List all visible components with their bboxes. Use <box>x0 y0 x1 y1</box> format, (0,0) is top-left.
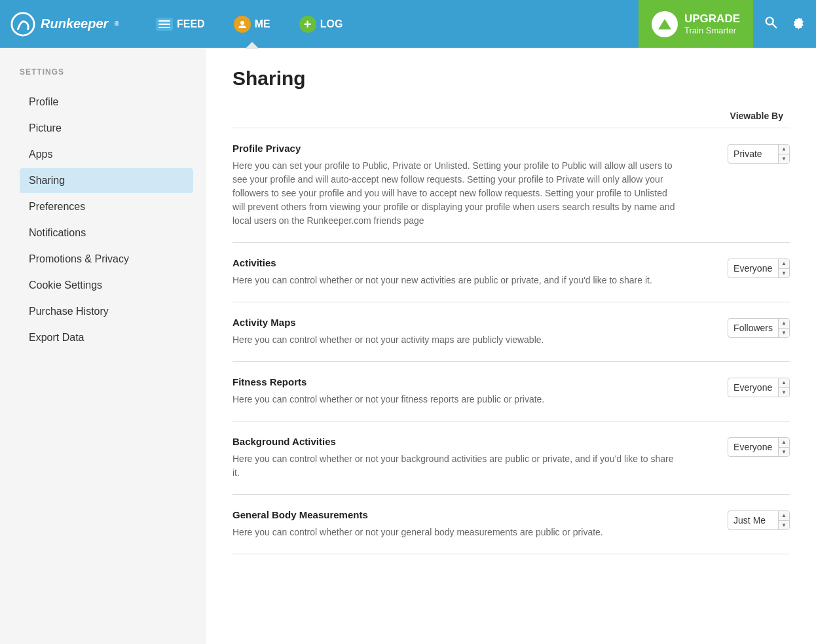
search-icon[interactable] <box>764 15 778 33</box>
spinner-down-profile-privacy[interactable]: ▼ <box>779 154 789 164</box>
registered-mark: ® <box>114 20 119 27</box>
setting-row-fitness-reports: Fitness Reports Here you can control whe… <box>232 362 790 421</box>
spinner-down-activities[interactable]: ▼ <box>779 269 789 279</box>
upgrade-subtitle: Train Smarter <box>684 26 740 35</box>
upgrade-arrow-icon <box>658 19 671 29</box>
svg-point-0 <box>12 12 34 35</box>
select-activities[interactable]: EveryoneFollowersJust Me <box>728 260 778 276</box>
select-general-body[interactable]: EveryoneFollowersJust Me <box>728 512 778 528</box>
setting-content-background-activities: Background Activities Here you can contr… <box>232 436 695 480</box>
sidebar-item-notifications[interactable]: Notifications <box>20 221 193 245</box>
select-wrapper-profile-privacy[interactable]: EveryoneFollowersPrivateUnlisted ▲ ▼ <box>728 144 790 164</box>
spinner-down-background-activities[interactable]: ▼ <box>779 448 789 457</box>
app-name: Runkeeper <box>41 16 108 31</box>
nav-me-label: ME <box>255 18 270 30</box>
setting-desc-activities: Here you can control whether or not your… <box>232 274 682 287</box>
nav-item-me[interactable]: ME <box>219 0 285 48</box>
list-icon <box>156 18 173 31</box>
spinner-general-body: ▲ ▼ <box>778 510 789 530</box>
setting-desc-profile-privacy: Here you can set your profile to Public,… <box>232 159 682 228</box>
svg-point-1 <box>240 21 244 25</box>
spinner-fitness-reports: ▲ ▼ <box>778 378 789 397</box>
setting-desc-activity-maps: Here you can control whether or not your… <box>232 333 682 347</box>
setting-content-activity-maps: Activity Maps Here you can control wheth… <box>232 317 695 347</box>
setting-control-activities: EveryoneFollowersJust Me ▲ ▼ <box>695 257 790 278</box>
setting-label-background-activities: Background Activities <box>232 436 682 447</box>
select-wrapper-background-activities[interactable]: EveryoneFollowersJust Me ▲ ▼ <box>728 437 790 457</box>
spinner-up-activity-maps[interactable]: ▲ <box>779 318 789 329</box>
main-container: SETTINGS Profile Picture Apps Sharing Pr… <box>0 48 816 644</box>
sidebar-item-promotions[interactable]: Promotions & Privacy <box>20 247 193 272</box>
spinner-up-activities[interactable]: ▲ <box>779 259 789 269</box>
select-profile-privacy[interactable]: EveryoneFollowersPrivateUnlisted <box>728 146 778 162</box>
sidebar-item-profile[interactable]: Profile <box>20 90 193 115</box>
setting-row-background-activities: Background Activities Here you can contr… <box>232 421 790 495</box>
setting-row-general-body: General Body Measurements Here you can c… <box>232 495 790 554</box>
header-actions <box>753 15 806 33</box>
svg-line-3 <box>772 24 776 27</box>
setting-control-profile-privacy: EveryoneFollowersPrivateUnlisted ▲ ▼ <box>695 143 790 164</box>
nav-item-feed[interactable]: FEED <box>141 0 219 48</box>
setting-control-background-activities: EveryoneFollowersJust Me ▲ ▼ <box>695 436 790 457</box>
setting-label-general-body: General Body Measurements <box>232 509 682 520</box>
upgrade-text: UPGRADE Train Smarter <box>684 12 740 35</box>
spinner-up-background-activities[interactable]: ▲ <box>779 437 789 448</box>
spinner-up-profile-privacy[interactable]: ▲ <box>779 144 789 154</box>
sidebar-item-preferences[interactable]: Preferences <box>20 194 193 219</box>
select-wrapper-general-body[interactable]: EveryoneFollowersJust Me ▲ ▼ <box>728 510 790 530</box>
setting-label-profile-privacy: Profile Privacy <box>232 143 682 154</box>
plus-icon: + <box>299 16 316 33</box>
upgrade-button[interactable]: UPGRADE Train Smarter <box>639 0 753 48</box>
sidebar-item-picture[interactable]: Picture <box>20 116 193 141</box>
spinner-down-fitness-reports[interactable]: ▼ <box>779 388 789 398</box>
setting-desc-background-activities: Here you can control whether or not your… <box>232 452 682 480</box>
setting-row-activity-maps: Activity Maps Here you can control wheth… <box>232 302 790 362</box>
main-nav: FEED ME + LOG <box>141 0 639 48</box>
viewable-by-header: Viewable By <box>685 111 790 121</box>
spinner-down-general-body[interactable]: ▼ <box>779 521 789 531</box>
sidebar-section-title: SETTINGS <box>20 67 193 77</box>
select-wrapper-fitness-reports[interactable]: EveryoneFollowersJust Me ▲ ▼ <box>728 378 790 397</box>
app-logo[interactable]: Runkeeper ® <box>10 12 141 37</box>
spinner-up-fitness-reports[interactable]: ▲ <box>779 378 789 388</box>
spinner-activity-maps: ▲ ▼ <box>778 318 789 338</box>
nav-log-label: LOG <box>320 18 343 30</box>
nav-feed-label: FEED <box>177 18 205 30</box>
setting-label-activity-maps: Activity Maps <box>232 317 682 328</box>
select-fitness-reports[interactable]: EveryoneFollowersJust Me <box>728 380 778 395</box>
upgrade-circle-icon <box>652 11 678 37</box>
select-background-activities[interactable]: EveryoneFollowersJust Me <box>728 439 778 455</box>
table-header-row: Viewable By <box>232 105 790 128</box>
app-header: Runkeeper ® FEED ME + LOG UPG <box>0 0 816 48</box>
sidebar-item-apps[interactable]: Apps <box>20 142 193 167</box>
setting-row-profile-privacy: Profile Privacy Here you can set your pr… <box>232 128 790 243</box>
setting-row-activities: Activities Here you can control whether … <box>232 243 790 302</box>
spinner-background-activities: ▲ ▼ <box>778 437 789 457</box>
sidebar-item-purchase[interactable]: Purchase History <box>20 299 193 324</box>
page-title: Sharing <box>232 67 790 90</box>
sidebar-item-cookie[interactable]: Cookie Settings <box>20 273 193 298</box>
sidebar-item-sharing[interactable]: Sharing <box>20 168 193 193</box>
setting-label-fitness-reports: Fitness Reports <box>232 376 682 387</box>
spinner-profile-privacy: ▲ ▼ <box>778 144 789 164</box>
nav-active-indicator <box>246 43 259 49</box>
spinner-up-general-body[interactable]: ▲ <box>779 510 789 521</box>
setting-desc-general-body: Here you can control whether or not your… <box>232 526 682 539</box>
select-activity-maps[interactable]: EveryoneFollowersJust Me <box>728 320 778 336</box>
sidebar-item-export[interactable]: Export Data <box>20 325 193 350</box>
upgrade-title: UPGRADE <box>684 12 740 26</box>
select-wrapper-activities[interactable]: EveryoneFollowersJust Me ▲ ▼ <box>728 259 790 278</box>
runkeeper-logo-icon <box>10 12 35 37</box>
setting-content-general-body: General Body Measurements Here you can c… <box>232 509 695 539</box>
setting-control-activity-maps: EveryoneFollowersJust Me ▲ ▼ <box>695 317 790 338</box>
settings-rows: Profile Privacy Here you can set your pr… <box>232 128 790 554</box>
user-icon <box>234 16 251 33</box>
setting-label-activities: Activities <box>232 257 682 268</box>
setting-control-fitness-reports: EveryoneFollowersJust Me ▲ ▼ <box>695 376 790 397</box>
select-wrapper-activity-maps[interactable]: EveryoneFollowersJust Me ▲ ▼ <box>728 318 790 338</box>
setting-desc-fitness-reports: Here you can control whether or not your… <box>232 393 682 406</box>
settings-icon[interactable] <box>791 15 806 33</box>
nav-item-log[interactable]: + LOG <box>285 0 358 48</box>
setting-content-activities: Activities Here you can control whether … <box>232 257 695 287</box>
spinner-down-activity-maps[interactable]: ▼ <box>779 329 789 338</box>
